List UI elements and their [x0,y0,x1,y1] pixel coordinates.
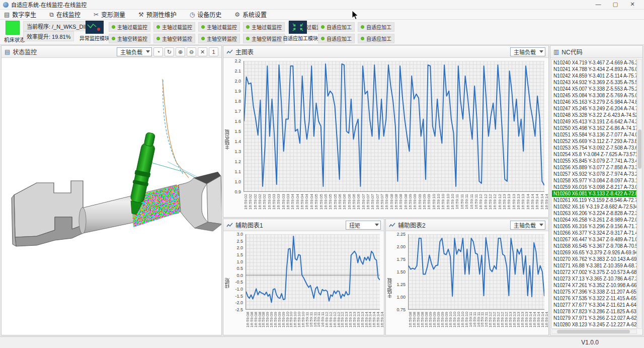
left-signal-dropdown[interactable]: 主轴负载 [117,47,152,56]
app-icon [3,2,9,8]
nc-code-line[interactable]: N10279 X7.971 Y-3.266 Z-12.027 A-62.98 [552,315,636,321]
x-tick-label: 16:59:10 [446,194,450,210]
zoom-out-button[interactable]: ⊖ [187,47,196,56]
nc-code-line[interactable]: N10257 X5.932 Y-3.078 Z-7.974 A-73.243 [552,171,636,177]
y-tick-label: 1.0 [234,179,241,184]
spindle-monitor-button[interactable]: 主轴空转监控 [243,34,285,43]
nc-code-line[interactable]: N10267 X6.447 Y-3.347 Z-9.489 A-71.055 [552,236,636,243]
nc-code-line[interactable]: N10252 X5.669 Y-3.112 Z-7.293 A-73.844 [552,138,636,145]
nc-code-line[interactable]: N10269 X6.65 Y-3.379 Z-9.926 A-69.947 C [552,249,636,256]
nc-code-line[interactable]: N10270 X6.762 Y-3.383 Z-10.143 A-69.34 [552,256,636,262]
nc-code-line[interactable]: N10268 X6.545 Y-3.367 Z-9.708 A-70.519 [552,243,636,249]
nc-code-line[interactable]: N10256 X5.889 Y-3.077 Z-7.858 A-73.348 [552,164,636,171]
nc-vertical-scrollbar[interactable] [637,59,642,329]
menu-item-predictive-maintenance[interactable]: ⚒预测性维护 [138,10,177,19]
status-dot-icon [112,37,115,40]
nc-code-line[interactable]: N10265 X6.316 Y-3.296 Z-9.156 A-71.771 [552,223,636,230]
main-chart-signal-dropdown[interactable]: 主轴负载 [510,47,545,56]
maximize-button[interactable]: ▢ [607,0,624,9]
nc-code-line[interactable]: N10241 X4.788 Y-3.434 Z-4.893 A-76.062 [552,66,636,73]
nc-code-line[interactable]: N10264 X6.258 Y-3.261 Z-8.989 A-72.072 [552,217,636,223]
nc-code-line[interactable]: N10280 X8.123 Y-3.245 Z-12.227 A-62.23 [552,321,636,328]
online-monitor-icon: ⧉ [49,11,54,18]
nc-code-line[interactable]: N10260 X6.081 Y-3.133 Z-8.422 A-72.835 [552,190,636,197]
aux-chart2[interactable]: 主轴负载0.751.001.251.501.752.002.2516:59:08… [386,231,548,335]
nc-code-line[interactable]: N10263 X6.206 Y-3.224 Z-8.828 A-72.33 C [552,210,636,217]
adaptive-machining-button[interactable]: 自适应加工 [318,22,355,32]
close-button[interactable]: ✕ [624,0,641,9]
spindle-monitor-button[interactable]: 主轴过载监控 [243,22,285,32]
scrollbar-thumb[interactable] [557,330,629,333]
nc-code-line[interactable]: N10273 X7.13 Y-3.365 Z-10.786 A-67.372 [552,275,636,282]
nc-code-line[interactable]: N10262 X6.16 Y-3.19 Z-8.682 A-72.534 C [552,203,636,210]
spindle-monitor-button[interactable]: 主轴空转监控 [109,34,150,43]
aux-chart1-signal-dropdown[interactable]: 扭矩 [346,221,381,230]
minimize-button[interactable]: — [590,0,607,9]
nc-code-line[interactable]: N10271 X6.88 Y-3.381 Z-10.359 A-68.711 [552,262,636,269]
nc-code-line[interactable]: N10278 X7.823 Y-3.286 Z-11.825 A-63.73 [552,308,636,315]
adaptive-machining-button[interactable]: 自适应加工 [358,34,394,43]
adaptive-module[interactable]: 自适应加工模块 [283,21,313,42]
nc-horizontal-scrollbar[interactable] [551,329,637,334]
nc-code-line[interactable]: N10277 X7.677 Y-3.304 Z-11.621 A-64.48 [552,302,636,308]
nc-code-line[interactable]: N10251 X5.584 Y-3.136 Z-7.077 A-74.012 [552,131,636,138]
menu-item-device-history[interactable]: ◷设备历史 [190,10,222,19]
spindle-monitor-button[interactable]: 主轴过载监控 [198,22,240,32]
nc-code-line[interactable]: N10261 X6.119 Y-3.159 Z-8.546 A-72.701 [552,197,636,203]
nc-code-line[interactable]: N10276 X7.535 Y-3.322 Z-11.415 A-65.22 [552,295,636,302]
main-chart[interactable]: 主轴负载0.91.01.11.21.31.41.51.61.71.81.92.0… [223,58,548,217]
aux-chart2-panel: 辅助图表2 主轴负载 主轴负载0.751.001.251.501.752.002… [385,219,549,335]
spindle-monitor-button[interactable]: 主轴空转监控 [153,34,195,43]
main-chart-header: 主图表 主轴负载 [223,46,548,58]
scale-1-button[interactable]: 1 [209,47,218,56]
y-tick-label: 1.3 [234,149,241,154]
nc-code-line[interactable]: N10245 X5.084 Y-3.308 Z-5.769 A-75.088 [552,92,636,99]
nc-code-line[interactable]: N10242 X4.859 Y-3.401 Z-5.114 A-75.775 [552,73,636,79]
nc-code-line[interactable]: N10249 X5.413 Y-3.191 Z-6.642 A-74.346 [552,118,636,125]
spindle-monitor-button[interactable]: 主轴过载监控 [153,22,195,32]
nc-code-line[interactable]: N10254 X5.8 Y-3.084 Z-7.625 A-73.571 C [552,151,636,158]
nc-code-line[interactable]: N10272 X7.002 Y-3.375 Z-10.573 A-68.05 [552,269,636,275]
nc-code-line[interactable]: N10250 X5.498 Y-3.162 Z-6.86 A-74.178 C [552,125,636,131]
window-title: 自适应系统-在线监控-在线监控 [11,1,87,9]
nc-code-line[interactable]: N10255 X5.845 Y-3.079 Z-7.741 A-73.458 [552,158,636,164]
nc-code-line[interactable]: N10240 X4.719 Y-3.467 Z-4.669 A-76.396 [552,59,636,66]
aux-chart1[interactable]: 扭矩-2.5-2.0-1.5-1.0-0.50.00.51.01.52.02.5… [223,231,384,335]
x-tick-label: 16:59:13 [521,194,525,210]
scrollbar-thumb[interactable] [638,129,641,169]
nc-code-line[interactable]: N10248 X5.328 Y-3.22 Z-6.423 A-74.52 C [552,112,636,118]
nc-code-line[interactable]: N10274 X7.261 Y-3.352 Z-10.998 A-66.67 [552,282,636,289]
nc-code-line[interactable]: N10246 X5.163 Y-3.279 Z-5.984 A-74.892 [552,99,636,105]
menu-item-digital-twin[interactable]: ▤数字孪生 [4,10,36,19]
x-tick-label: 16:59:14 [544,312,549,327]
pan-button[interactable]: ◔ [153,47,163,56]
x-tick-label: 16:59:07 [380,194,384,210]
anomaly-module[interactable]: 异常监控模块 [79,21,110,42]
status-dot-icon [246,25,250,29]
nc-code-line[interactable]: N10244 X5.007 Y-3.338 Z-5.553 A-75.297 [552,86,636,92]
spindle-monitor-button[interactable]: 主轴空转监控 [198,34,240,43]
zoom-in-button[interactable]: ⊕ [176,47,185,56]
menu-item-deformation-measure[interactable]: ✂变形测量 [94,10,125,19]
3d-viewport[interactable] [2,58,221,335]
nc-code-list[interactable]: N10240 X4.719 Y-3.467 Z-4.669 A-76.396N1… [551,59,637,329]
nc-code-line[interactable]: N10275 X7.396 Y-3.338 Z-11.207 A-65.95 [552,289,636,295]
button-label: 主轴空转监控 [117,35,147,42]
menu-item-online-monitor[interactable]: ⧉在线监控 [49,10,80,19]
line-chart-icon [389,222,395,228]
nc-code-line[interactable]: N10247 X5.245 Y-3.249 Z-6.204 A-74.701 [552,105,636,112]
status-dot-icon [246,37,250,40]
x-tick-label: 16:59:02 [248,194,253,210]
nc-code-line[interactable]: N10258 X5.977 Y-3.084 Z-8.097 A-73.138 [552,177,636,184]
menu-item-system-settings[interactable]: ⚙系统设置 [234,10,267,19]
adaptive-machining-button[interactable]: 自适应加工 [358,22,394,32]
nc-code-line[interactable]: N10253 X5.754 Y-3.092 Z-7.508 A-73.677 [552,145,636,151]
aux-chart2-signal-dropdown[interactable]: 主轴负载 [510,221,545,230]
nc-code-line[interactable]: N10259 X6.016 Y-3.098 Z-8.217 A-73.036 [552,184,636,190]
fit-button[interactable]: ✕ [198,47,207,56]
adaptive-machining-button[interactable]: 自适应加工 [318,34,355,43]
rotate-button[interactable]: ↻ [165,47,174,56]
spindle-monitor-button[interactable]: 主轴过载监控 [109,22,150,32]
nc-code-line[interactable]: N10243 X4.932 Y-3.369 Z-5.335 A-75.523 [552,79,636,86]
nc-code-line[interactable]: N10266 X6.377 Y-3.324 Z-9.317 A-71.443 [552,230,636,236]
